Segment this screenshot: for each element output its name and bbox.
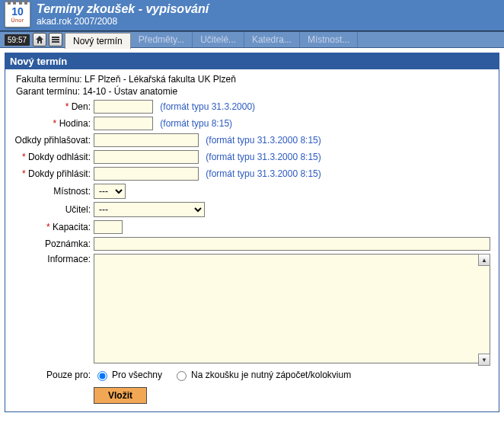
- odkdy-hint: (formát typu 31.3.2000 8:15): [201, 135, 321, 146]
- calendar-icon: 10 Únor: [5, 2, 30, 27]
- den-input[interactable]: [94, 100, 153, 114]
- faculty-line: Fakulta termínu: LF Plzeň - Lékařská fak…: [11, 74, 493, 85]
- garant-label: Garant termínu:: [16, 86, 80, 97]
- scroll-up-icon[interactable]: ▲: [478, 254, 490, 266]
- ucitel-select[interactable]: ---: [94, 202, 205, 217]
- ucitel-label: Učitel:: [65, 204, 91, 215]
- radio-exam-label[interactable]: Na zkoušku je nutný zápočet/kolokvium: [173, 369, 351, 381]
- radio-all-label[interactable]: Pro všechny: [94, 369, 162, 381]
- dokdy-odhlasit-input[interactable]: [94, 150, 199, 164]
- session-timer: 59:57: [5, 34, 30, 46]
- dokdy-prihlasit-label: Dokdy přihlásit:: [28, 168, 91, 179]
- page-title: Termíny zkoušek - vypisování: [37, 2, 209, 16]
- faculty-label: Fakulta termínu:: [16, 74, 82, 85]
- poznamka-label: Poznámka:: [45, 239, 91, 249]
- form-panel: Nový termín Fakulta termínu: LF Plzeň - …: [5, 53, 499, 412]
- garant-value: 14-10 - Ústav anatomie: [82, 86, 177, 97]
- dokdy-odhlasit-label: Dokdy odhlásit:: [28, 152, 91, 162]
- odkdy-label: Odkdy přihlašovat:: [15, 135, 91, 146]
- radio-all[interactable]: [97, 371, 107, 381]
- tab-katedra[interactable]: Katedra...: [244, 32, 300, 47]
- kapacita-label: Kapacita:: [53, 222, 91, 232]
- tab-mistnost[interactable]: Místnost...: [300, 32, 358, 47]
- informace-textarea[interactable]: [94, 254, 490, 363]
- hodina-input[interactable]: [94, 117, 153, 130]
- tab-bar: 59:57 Nový termín Předměty... Učitelé...…: [0, 31, 504, 48]
- kapacita-input[interactable]: [94, 220, 123, 234]
- den-label: Den:: [72, 101, 91, 112]
- odkdy-input[interactable]: [94, 133, 199, 147]
- svg-rect-1: [52, 39, 59, 40]
- page-subtitle: akad.rok 2007/2008: [37, 16, 209, 27]
- radio-exam[interactable]: [177, 371, 187, 381]
- mistnost-select[interactable]: ---: [94, 184, 126, 199]
- calendar-month: Únor: [11, 18, 24, 23]
- dokdy-prihlasit-hint: (formát typu 31.3.2000 8:15): [201, 168, 321, 179]
- hodina-hint: (formát typu 8:15): [155, 118, 232, 129]
- dokdy-odhlasit-hint: (formát typu 31.3.2000 8:15): [201, 152, 321, 162]
- poznamka-input[interactable]: [94, 237, 490, 251]
- calendar-day: 10: [11, 5, 24, 18]
- app-header: 10 Únor Termíny zkoušek - vypisování aka…: [0, 0, 504, 31]
- submit-button[interactable]: Vložit: [94, 387, 147, 404]
- svg-rect-0: [52, 37, 59, 38]
- den-hint: (formát typu 31.3.2000): [155, 101, 255, 112]
- hodina-label: Hodina:: [59, 118, 91, 129]
- tab-ucitele[interactable]: Učitelé...: [193, 32, 244, 47]
- faculty-value: LF Plzeň - Lékařská fakulta UK Plzeň: [85, 74, 236, 85]
- list-button[interactable]: [49, 33, 62, 46]
- tab-novy-termin[interactable]: Nový termín: [65, 33, 131, 49]
- dokdy-prihlasit-input[interactable]: [94, 167, 199, 181]
- svg-rect-2: [52, 41, 59, 43]
- informace-label: Informace:: [47, 254, 91, 264]
- scroll-down-icon[interactable]: ▼: [478, 354, 490, 366]
- garant-line: Garant termínu: 14-10 - Ústav anatomie: [11, 86, 493, 97]
- pouze-label: Pouze pro:: [46, 370, 91, 380]
- home-button[interactable]: [33, 33, 46, 46]
- mistnost-label: Místnost:: [53, 186, 91, 197]
- tab-predmety[interactable]: Předměty...: [131, 32, 193, 47]
- panel-title: Nový termín: [5, 53, 499, 69]
